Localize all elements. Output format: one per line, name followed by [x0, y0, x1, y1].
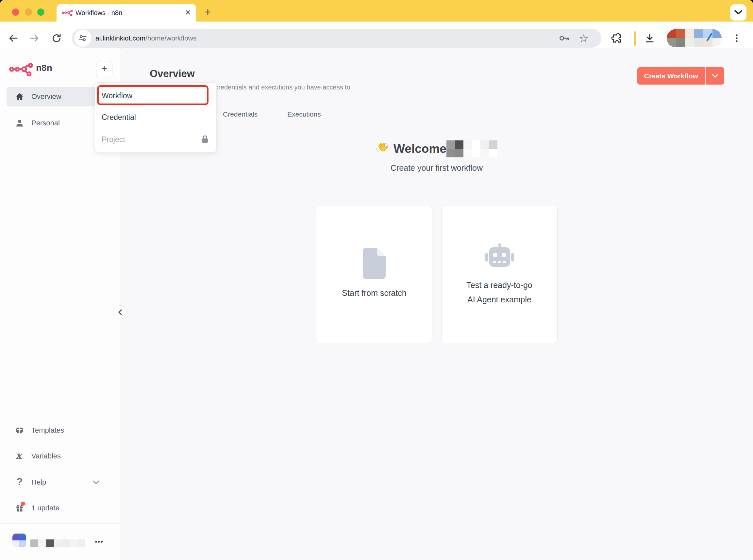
bookmark-star-icon[interactable]: ☆	[578, 32, 590, 44]
traffic-light-minimize[interactable]	[25, 8, 32, 16]
create-workflow-button[interactable]: Create Workflow	[637, 67, 724, 84]
traffic-light-zoom[interactable]	[37, 8, 44, 16]
user-avatar-redacted-mosaic	[13, 534, 26, 547]
sidebar-item-help[interactable]: ? Help	[6, 473, 114, 492]
create-workflow-dropdown-toggle[interactable]	[706, 67, 724, 84]
help-question-icon: ?	[16, 476, 23, 488]
waving-hand-icon	[376, 142, 390, 156]
welcome-subtitle: Create your first workflow	[339, 163, 535, 173]
extensions-icon[interactable]	[611, 33, 623, 44]
robot-icon	[442, 243, 557, 274]
url-path: /home/workflows	[146, 34, 196, 42]
welcome-text: Welcome	[393, 142, 446, 156]
sidebar-collapse-button[interactable]	[113, 305, 127, 319]
site-settings-button[interactable]	[74, 30, 91, 47]
add-resource-button[interactable]: +	[96, 61, 112, 77]
lock-icon	[201, 134, 209, 144]
menu-item-credential[interactable]: Credential	[102, 108, 211, 126]
sidebar-item-updates[interactable]: 1 update	[6, 499, 114, 517]
page-subtitle: s, credentials and executions you have a…	[208, 84, 350, 91]
browser-window: Workflows - n8n ✕ + ai.linkl	[0, 0, 753, 560]
card-start-from-scratch[interactable]: Start from scratch	[316, 206, 432, 343]
password-key-icon[interactable]	[559, 33, 570, 43]
sidebar-item-overview-label: Overview	[31, 87, 61, 106]
avatar-redacted-mosaic	[667, 29, 722, 47]
sidebar-item-personal-label: Personal	[31, 113, 60, 133]
chevron-down-icon	[734, 10, 742, 15]
n8n-logo-text: n8n	[36, 63, 52, 73]
tab-strip: Workflows - n8n ✕ +	[0, 0, 753, 22]
download-icon[interactable]	[644, 33, 656, 44]
tab-search-button[interactable]	[730, 4, 747, 21]
sidebar-item-variables-label: Variables	[31, 447, 61, 465]
sidebar-footer-divider	[0, 523, 120, 524]
person-icon	[15, 119, 24, 128]
templates-box-icon	[15, 426, 24, 435]
create-workflow-label: Create Workflow	[637, 67, 705, 84]
card-start-label: Start from scratch	[316, 288, 432, 298]
browser-menu-icon[interactable]	[731, 32, 742, 44]
url-text[interactable]: ai.linklinkiot.com/home/workflows	[95, 29, 196, 48]
n8n-logo-icon	[9, 62, 33, 76]
page-title: Overview	[150, 68, 195, 80]
card-ai-agent-example[interactable]: Test a ready-to-go AI Agent example	[441, 206, 558, 343]
card-ai-label-line1: Test a ready-to-go	[442, 280, 557, 290]
reload-button[interactable]	[51, 33, 62, 43]
annotation-highlight-workflow	[97, 85, 209, 105]
theme-divider	[634, 31, 636, 46]
chevron-left-icon	[117, 309, 122, 316]
update-badge-dot	[21, 502, 25, 506]
chevron-down-icon	[92, 479, 100, 485]
tab-executions[interactable]: Executions	[287, 111, 321, 118]
user-menu-button[interactable]: •••	[95, 538, 103, 546]
sidebar-item-variables[interactable]: x Variables	[6, 447, 114, 465]
user-avatar[interactable]	[13, 534, 26, 547]
card-ai-label-line2: AI Agent example	[442, 295, 557, 304]
new-tab-button[interactable]: +	[200, 4, 215, 20]
sidebar-item-updates-label: 1 update	[31, 499, 59, 517]
url-host: ai.linklinkiot.com	[95, 34, 146, 42]
document-icon	[316, 247, 432, 280]
sidebar-item-templates-label: Templates	[31, 421, 64, 440]
user-name-redacted-mosaic	[31, 539, 85, 547]
n8n-favicon	[62, 8, 73, 17]
chevron-down-icon	[712, 74, 718, 78]
variables-x-icon: x	[16, 449, 25, 463]
traffic-light-close[interactable]	[12, 8, 19, 16]
back-button[interactable]	[8, 33, 18, 43]
browser-tab[interactable]: Workflows - n8n ✕	[57, 4, 196, 22]
sidebar-item-templates[interactable]: Templates	[6, 421, 114, 440]
forward-button[interactable]	[30, 33, 40, 43]
tab-title: Workflows - n8n	[76, 4, 122, 22]
tune-icon	[78, 33, 88, 43]
home-icon	[15, 92, 24, 101]
welcome-heading: Welcome	[339, 140, 535, 157]
tab-credentials[interactable]: Credentials	[223, 111, 257, 118]
welcome-name-redacted-mosaic	[446, 140, 498, 157]
tab-close-icon[interactable]: ✕	[181, 4, 194, 22]
sidebar-item-help-label: Help	[31, 473, 46, 492]
profile-avatar[interactable]	[667, 29, 722, 47]
menu-item-project[interactable]: Project	[102, 130, 211, 148]
